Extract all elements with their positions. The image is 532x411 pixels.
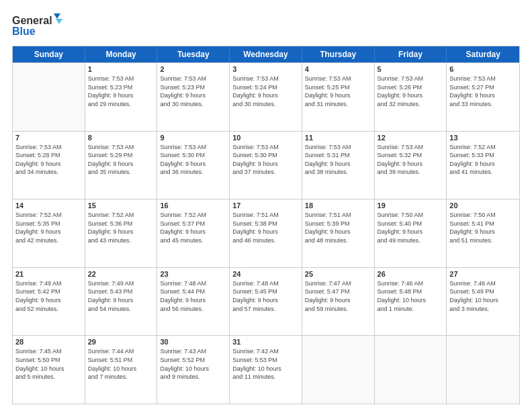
day-number: 11 [305, 134, 371, 142]
day-number: 18 [305, 201, 371, 210]
calendar-body: 1Sunrise: 7:53 AM Sunset: 5:23 PM Daylig… [13, 62, 519, 404]
calendar-cell [302, 336, 375, 404]
day-number: 12 [378, 134, 444, 142]
calendar-header-thursday: Thursday [302, 46, 375, 62]
day-info: Sunrise: 7:49 AM Sunset: 5:43 PM Dayligh… [88, 279, 154, 313]
calendar-cell [375, 336, 447, 404]
day-info: Sunrise: 7:43 AM Sunset: 5:52 PM Dayligh… [160, 347, 226, 381]
day-info: Sunrise: 7:53 AM Sunset: 5:24 PM Dayligh… [232, 75, 299, 108]
day-info: Sunrise: 7:44 AM Sunset: 5:51 PM Dayligh… [88, 347, 154, 381]
day-number: 22 [88, 270, 154, 278]
calendar-cell: 13Sunrise: 7:52 AM Sunset: 5:33 PM Dayli… [447, 132, 519, 199]
calendar-cell: 10Sunrise: 7:53 AM Sunset: 5:30 PM Dayli… [230, 132, 302, 199]
day-number: 1 [88, 65, 154, 73]
day-number: 8 [88, 134, 154, 142]
calendar-cell: 2Sunrise: 7:53 AM Sunset: 5:23 PM Daylig… [157, 63, 230, 131]
day-info: Sunrise: 7:53 AM Sunset: 5:23 PM Dayligh… [160, 75, 226, 108]
calendar-cell: 20Sunrise: 7:50 AM Sunset: 5:41 PM Dayli… [447, 199, 519, 267]
calendar-cell: 25Sunrise: 7:47 AM Sunset: 5:47 PM Dayli… [302, 268, 375, 336]
day-info: Sunrise: 7:53 AM Sunset: 5:27 PM Dayligh… [449, 75, 517, 108]
calendar-cell: 5Sunrise: 7:53 AM Sunset: 5:26 PM Daylig… [375, 63, 447, 131]
day-number: 7 [15, 134, 82, 142]
day-info: Sunrise: 7:51 AM Sunset: 5:38 PM Dayligh… [232, 211, 299, 244]
day-info: Sunrise: 7:45 AM Sunset: 5:50 PM Dayligh… [15, 347, 82, 381]
svg-text:General: General [12, 15, 52, 26]
day-number: 6 [449, 65, 517, 73]
day-number: 14 [15, 201, 82, 210]
day-info: Sunrise: 7:42 AM Sunset: 5:53 PM Dayligh… [232, 347, 299, 381]
calendar-header-friday: Friday [375, 46, 447, 62]
day-number: 28 [15, 338, 82, 346]
calendar-cell: 16Sunrise: 7:52 AM Sunset: 5:37 PM Dayli… [157, 199, 230, 267]
calendar-cell: 18Sunrise: 7:51 AM Sunset: 5:39 PM Dayli… [302, 199, 375, 267]
calendar-cell: 28Sunrise: 7:45 AM Sunset: 5:50 PM Dayli… [13, 336, 85, 404]
calendar-week-5: 28Sunrise: 7:45 AM Sunset: 5:50 PM Dayli… [13, 335, 519, 404]
day-info: Sunrise: 7:53 AM Sunset: 5:31 PM Dayligh… [305, 143, 371, 177]
day-number: 9 [160, 134, 226, 142]
day-info: Sunrise: 7:53 AM Sunset: 5:29 PM Dayligh… [88, 143, 154, 177]
calendar-cell [447, 336, 519, 404]
calendar-cell: 1Sunrise: 7:53 AM Sunset: 5:23 PM Daylig… [85, 63, 158, 131]
day-number: 17 [232, 201, 299, 210]
day-number: 26 [378, 270, 444, 278]
calendar-cell: 30Sunrise: 7:43 AM Sunset: 5:52 PM Dayli… [157, 336, 230, 404]
day-number: 13 [449, 134, 517, 142]
calendar-cell: 11Sunrise: 7:53 AM Sunset: 5:31 PM Dayli… [302, 132, 375, 199]
calendar-cell: 22Sunrise: 7:49 AM Sunset: 5:43 PM Dayli… [85, 268, 158, 336]
day-info: Sunrise: 7:50 AM Sunset: 5:41 PM Dayligh… [449, 211, 517, 244]
calendar-week-4: 21Sunrise: 7:49 AM Sunset: 5:42 PM Dayli… [13, 267, 519, 336]
day-number: 27 [449, 270, 517, 278]
day-number: 24 [232, 270, 299, 278]
calendar-cell: 6Sunrise: 7:53 AM Sunset: 5:27 PM Daylig… [447, 63, 519, 131]
logo-svg: GeneralBlue [12, 12, 66, 39]
calendar-cell: 27Sunrise: 7:46 AM Sunset: 5:49 PM Dayli… [447, 268, 519, 336]
calendar-header-sunday: Sunday [13, 46, 85, 62]
page-header: GeneralBlue [12, 12, 520, 39]
day-number: 10 [232, 134, 299, 142]
day-info: Sunrise: 7:52 AM Sunset: 5:36 PM Dayligh… [88, 211, 154, 244]
day-number: 19 [378, 201, 444, 210]
day-info: Sunrise: 7:46 AM Sunset: 5:48 PM Dayligh… [378, 279, 444, 313]
day-number: 15 [88, 201, 154, 210]
day-number: 16 [160, 201, 226, 210]
calendar: SundayMondayTuesdayWednesdayThursdayFrid… [12, 46, 520, 404]
day-info: Sunrise: 7:52 AM Sunset: 5:35 PM Dayligh… [15, 211, 82, 244]
day-info: Sunrise: 7:48 AM Sunset: 5:44 PM Dayligh… [160, 279, 226, 313]
day-number: 31 [232, 338, 299, 346]
calendar-cell: 9Sunrise: 7:53 AM Sunset: 5:30 PM Daylig… [157, 132, 230, 199]
day-number: 20 [449, 201, 517, 210]
day-info: Sunrise: 7:53 AM Sunset: 5:28 PM Dayligh… [15, 143, 82, 177]
day-number: 4 [305, 65, 371, 73]
calendar-cell: 12Sunrise: 7:53 AM Sunset: 5:32 PM Dayli… [375, 132, 447, 199]
day-info: Sunrise: 7:53 AM Sunset: 5:30 PM Dayligh… [232, 143, 299, 177]
svg-text:Blue: Blue [12, 26, 36, 37]
calendar-cell: 15Sunrise: 7:52 AM Sunset: 5:36 PM Dayli… [85, 199, 158, 267]
day-info: Sunrise: 7:53 AM Sunset: 5:25 PM Dayligh… [305, 75, 371, 108]
day-info: Sunrise: 7:53 AM Sunset: 5:23 PM Dayligh… [88, 75, 154, 108]
calendar-cell [13, 63, 85, 131]
day-number: 2 [160, 65, 226, 73]
calendar-header-monday: Monday [85, 46, 158, 62]
day-info: Sunrise: 7:53 AM Sunset: 5:26 PM Dayligh… [378, 75, 444, 108]
calendar-cell: 29Sunrise: 7:44 AM Sunset: 5:51 PM Dayli… [85, 336, 158, 404]
day-info: Sunrise: 7:51 AM Sunset: 5:39 PM Dayligh… [305, 211, 371, 244]
day-number: 25 [305, 270, 371, 278]
calendar-cell: 8Sunrise: 7:53 AM Sunset: 5:29 PM Daylig… [85, 132, 158, 199]
calendar-cell: 7Sunrise: 7:53 AM Sunset: 5:28 PM Daylig… [13, 132, 85, 199]
calendar-cell: 4Sunrise: 7:53 AM Sunset: 5:25 PM Daylig… [302, 63, 375, 131]
day-info: Sunrise: 7:46 AM Sunset: 5:49 PM Dayligh… [449, 279, 517, 313]
calendar-cell: 14Sunrise: 7:52 AM Sunset: 5:35 PM Dayli… [13, 199, 85, 267]
calendar-header-row: SundayMondayTuesdayWednesdayThursdayFrid… [13, 46, 519, 62]
calendar-cell: 31Sunrise: 7:42 AM Sunset: 5:53 PM Dayli… [230, 336, 302, 404]
calendar-header-wednesday: Wednesday [230, 46, 302, 62]
day-number: 29 [88, 338, 154, 346]
calendar-header-tuesday: Tuesday [157, 46, 230, 62]
day-info: Sunrise: 7:53 AM Sunset: 5:32 PM Dayligh… [378, 143, 444, 177]
calendar-week-3: 14Sunrise: 7:52 AM Sunset: 5:35 PM Dayli… [13, 199, 519, 267]
day-number: 30 [160, 338, 226, 346]
calendar-cell: 24Sunrise: 7:48 AM Sunset: 5:45 PM Dayli… [230, 268, 302, 336]
day-info: Sunrise: 7:50 AM Sunset: 5:40 PM Dayligh… [378, 211, 444, 244]
calendar-cell: 3Sunrise: 7:53 AM Sunset: 5:24 PM Daylig… [230, 63, 302, 131]
calendar-cell: 21Sunrise: 7:49 AM Sunset: 5:42 PM Dayli… [13, 268, 85, 336]
day-info: Sunrise: 7:48 AM Sunset: 5:45 PM Dayligh… [232, 279, 299, 313]
